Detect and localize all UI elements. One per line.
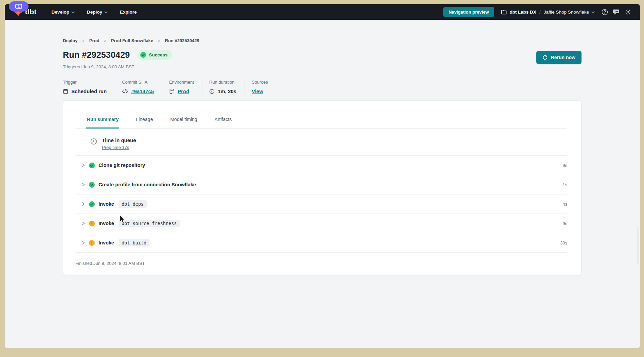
feedback-icon[interactable]: [613, 9, 620, 15]
time-in-queue-block: Time in queue Prep time 17s: [75, 137, 567, 156]
duration-value: 1m, 20s: [218, 88, 236, 94]
nav-develop[interactable]: Develop: [52, 10, 75, 15]
trigger-value: Scheduled run: [71, 88, 107, 94]
rerun-label: Rerun now: [551, 55, 575, 60]
meta-environment: Environment Prod: [162, 80, 202, 94]
meta-duration-label: Run duration: [209, 80, 236, 85]
expand-chevron-icon[interactable]: [82, 221, 85, 226]
step-duration: 9s: [562, 221, 567, 226]
prep-time-link[interactable]: Prep time 17s: [102, 145, 129, 150]
meta-environment-label: Environment: [169, 80, 194, 85]
chevron-down-icon: [104, 11, 108, 13]
breadcrumb-job[interactable]: Prod Full Snowflake: [111, 38, 153, 43]
calendar-icon: [63, 88, 68, 94]
page-title: Run #292530429: [63, 50, 130, 60]
step-duration: 9s: [562, 163, 567, 168]
step-command: dbt source freshness: [119, 220, 180, 227]
success-check-icon: [140, 52, 146, 58]
breadcrumb-separator: >: [104, 39, 106, 43]
step-label: Invoke: [99, 240, 114, 245]
breadcrumb-prod[interactable]: Prod: [89, 38, 100, 43]
commit-sha-link[interactable]: #9a147c5: [131, 88, 154, 94]
nav-develop-label: Develop: [52, 10, 70, 15]
help-icon[interactable]: [602, 9, 608, 15]
step-clone-git-repository: Clone git repository 9s: [75, 156, 567, 175]
breadcrumb: Deploy > Prod > Prod Full Snowflake > Ru…: [63, 38, 582, 43]
database-icon: [169, 88, 175, 94]
meta-duration: Run duration 1m, 20s: [202, 80, 245, 94]
queue-title: Time in queue: [102, 137, 136, 143]
step-label: Clone git repository: [99, 163, 145, 168]
tab-lineage[interactable]: Lineage: [135, 117, 154, 128]
step-create-profile: Create profile from connection Snowflake…: [75, 175, 567, 194]
finished-timestamp: Finished Jun 9, 2024, 8:01 AM BST: [75, 253, 567, 266]
step-duration: 4s: [562, 202, 567, 207]
project-name: Jaffle Shop Snowflake: [544, 10, 589, 15]
account-selector[interactable]: dbt Labs DX: [501, 10, 536, 15]
step-duration: 30s: [560, 240, 567, 245]
clock-icon: [209, 89, 215, 94]
meta-sources-label: Sources: [252, 80, 268, 85]
expand-chevron-icon[interactable]: [82, 163, 85, 168]
rerun-now-button[interactable]: Rerun now: [536, 51, 582, 64]
main-nav: Develop Deploy Explore: [52, 10, 137, 15]
chevron-down-icon: [591, 11, 595, 13]
status-badge: Success: [138, 50, 172, 60]
tab-artifacts[interactable]: Artifacts: [214, 117, 233, 128]
step-success-icon: [89, 163, 95, 168]
tab-bar: Run summary Lineage Model timing Artifac…: [75, 101, 567, 129]
screen-share-icon: [15, 3, 22, 10]
code-icon: [122, 89, 128, 94]
step-invoke-dbt-deps: Invoke dbt deps 4s: [75, 194, 567, 214]
expand-chevron-icon[interactable]: [82, 182, 85, 187]
clock-icon: [90, 138, 97, 145]
run-detail-page: Deploy > Prod > Prod Full Snowflake > Ru…: [5, 38, 640, 275]
project-selector[interactable]: Jaffle Shop Snowflake: [544, 10, 595, 15]
screen-share-indicator[interactable]: [9, 1, 29, 12]
navigation-preview-button[interactable]: Navigation preview: [443, 7, 494, 17]
status-label: Success: [149, 52, 167, 57]
step-warning-icon: [89, 221, 95, 226]
meta-commit: Commit SHA #9a147c5: [115, 80, 162, 94]
meta-trigger-label: Trigger: [63, 80, 107, 85]
breadcrumb-deploy[interactable]: Deploy: [63, 38, 77, 43]
nav-deploy-label: Deploy: [87, 10, 102, 15]
dbt-cloud-window: dbt Develop Deploy Explore Navigation pr…: [5, 4, 640, 348]
rerun-icon: [542, 55, 548, 60]
scrollbar-thumb[interactable]: [637, 227, 639, 264]
nav-deploy[interactable]: Deploy: [87, 10, 108, 15]
step-duration: 1s: [562, 182, 567, 187]
chevron-down-icon: [71, 11, 75, 13]
gear-icon[interactable]: [625, 9, 631, 15]
step-label: Invoke: [99, 201, 114, 207]
step-warning-icon: [89, 240, 95, 246]
breadcrumb-run[interactable]: Run #292530429: [165, 38, 199, 43]
run-meta-strip: Trigger Scheduled run Commit SHA #9a147c…: [63, 80, 582, 94]
tab-run-summary[interactable]: Run summary: [86, 117, 119, 129]
step-label: Invoke: [99, 221, 114, 226]
breadcrumb-separator: >: [82, 39, 84, 43]
navbar-icons: [602, 9, 631, 15]
sources-view-link[interactable]: View: [252, 88, 263, 94]
path-separator: /: [539, 10, 541, 15]
nav-explore[interactable]: Explore: [120, 10, 137, 15]
environment-link[interactable]: Prod: [178, 88, 189, 94]
expand-chevron-icon[interactable]: [82, 202, 85, 206]
navbar-right: Navigation preview dbt Labs DX / Jaffle …: [443, 7, 631, 17]
expand-chevron-icon[interactable]: [82, 240, 85, 245]
meta-commit-label: Commit SHA: [122, 80, 154, 85]
step-success-icon: [89, 182, 95, 188]
folder-icon: [501, 10, 507, 15]
tab-model-timing[interactable]: Model timing: [169, 117, 198, 128]
project-breadcrumb: dbt Labs DX / Jaffle Shop Snowflake: [501, 10, 595, 15]
top-navbar: dbt Develop Deploy Explore Navigation pr…: [5, 4, 640, 20]
triggered-timestamp: Triggered Jun 9, 2024, 8:00 AM BST: [63, 64, 582, 69]
title-row: Run #292530429 Success Rerun now: [63, 50, 582, 60]
step-invoke-dbt-source-freshness: Invoke dbt source freshness 9s: [75, 214, 567, 233]
step-invoke-dbt-build: Invoke dbt build 30s: [75, 233, 567, 253]
meta-sources: Sources View: [245, 80, 276, 94]
nav-explore-label: Explore: [120, 10, 137, 15]
step-success-icon: [89, 201, 95, 207]
meta-trigger: Trigger Scheduled run: [63, 80, 115, 94]
account-name: dbt Labs DX: [509, 10, 536, 15]
